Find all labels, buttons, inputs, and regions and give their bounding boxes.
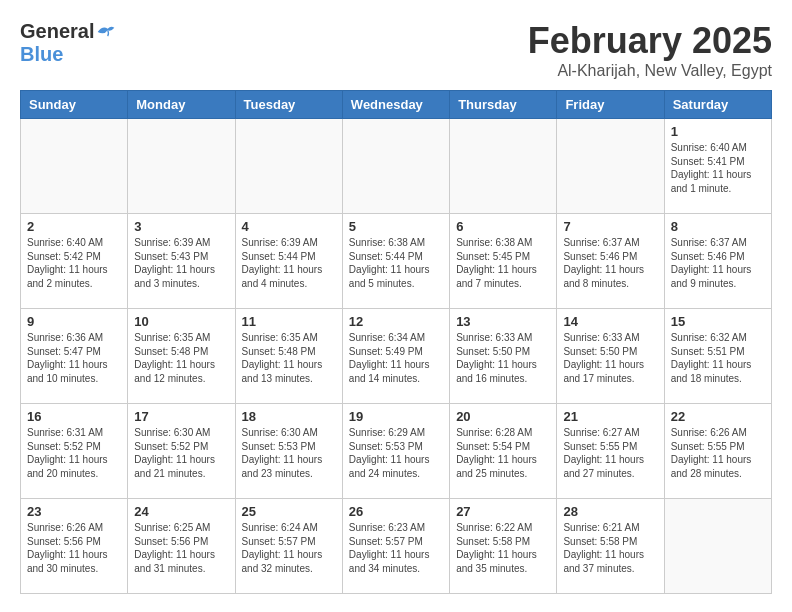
- logo: General Blue: [20, 20, 116, 66]
- day-number: 15: [671, 314, 765, 329]
- day-info: Sunrise: 6:35 AM Sunset: 5:48 PM Dayligh…: [242, 331, 336, 385]
- day-cell: 18Sunrise: 6:30 AM Sunset: 5:53 PM Dayli…: [235, 404, 342, 499]
- day-cell: [342, 119, 449, 214]
- day-cell: 25Sunrise: 6:24 AM Sunset: 5:57 PM Dayli…: [235, 499, 342, 594]
- day-info: Sunrise: 6:23 AM Sunset: 5:57 PM Dayligh…: [349, 521, 443, 575]
- day-cell: 17Sunrise: 6:30 AM Sunset: 5:52 PM Dayli…: [128, 404, 235, 499]
- day-cell: [128, 119, 235, 214]
- week-row-3: 16Sunrise: 6:31 AM Sunset: 5:52 PM Dayli…: [21, 404, 772, 499]
- calendar-header: SundayMondayTuesdayWednesdayThursdayFrid…: [21, 91, 772, 119]
- day-cell: 8Sunrise: 6:37 AM Sunset: 5:46 PM Daylig…: [664, 214, 771, 309]
- weekday-saturday: Saturday: [664, 91, 771, 119]
- logo-general: General: [20, 20, 94, 43]
- day-number: 1: [671, 124, 765, 139]
- week-row-0: 1Sunrise: 6:40 AM Sunset: 5:41 PM Daylig…: [21, 119, 772, 214]
- day-cell: 26Sunrise: 6:23 AM Sunset: 5:57 PM Dayli…: [342, 499, 449, 594]
- day-info: Sunrise: 6:32 AM Sunset: 5:51 PM Dayligh…: [671, 331, 765, 385]
- day-number: 12: [349, 314, 443, 329]
- weekday-tuesday: Tuesday: [235, 91, 342, 119]
- day-number: 4: [242, 219, 336, 234]
- day-cell: [664, 499, 771, 594]
- day-cell: 28Sunrise: 6:21 AM Sunset: 5:58 PM Dayli…: [557, 499, 664, 594]
- day-info: Sunrise: 6:39 AM Sunset: 5:44 PM Dayligh…: [242, 236, 336, 290]
- day-cell: 13Sunrise: 6:33 AM Sunset: 5:50 PM Dayli…: [450, 309, 557, 404]
- day-number: 8: [671, 219, 765, 234]
- day-cell: 5Sunrise: 6:38 AM Sunset: 5:44 PM Daylig…: [342, 214, 449, 309]
- day-cell: 6Sunrise: 6:38 AM Sunset: 5:45 PM Daylig…: [450, 214, 557, 309]
- day-number: 16: [27, 409, 121, 424]
- day-cell: [557, 119, 664, 214]
- day-info: Sunrise: 6:22 AM Sunset: 5:58 PM Dayligh…: [456, 521, 550, 575]
- day-cell: 10Sunrise: 6:35 AM Sunset: 5:48 PM Dayli…: [128, 309, 235, 404]
- day-cell: 3Sunrise: 6:39 AM Sunset: 5:43 PM Daylig…: [128, 214, 235, 309]
- day-info: Sunrise: 6:34 AM Sunset: 5:49 PM Dayligh…: [349, 331, 443, 385]
- day-cell: 22Sunrise: 6:26 AM Sunset: 5:55 PM Dayli…: [664, 404, 771, 499]
- day-cell: 12Sunrise: 6:34 AM Sunset: 5:49 PM Dayli…: [342, 309, 449, 404]
- day-cell: 9Sunrise: 6:36 AM Sunset: 5:47 PM Daylig…: [21, 309, 128, 404]
- day-number: 13: [456, 314, 550, 329]
- day-info: Sunrise: 6:24 AM Sunset: 5:57 PM Dayligh…: [242, 521, 336, 575]
- week-row-4: 23Sunrise: 6:26 AM Sunset: 5:56 PM Dayli…: [21, 499, 772, 594]
- weekday-header-row: SundayMondayTuesdayWednesdayThursdayFrid…: [21, 91, 772, 119]
- day-number: 20: [456, 409, 550, 424]
- title-area: February 2025 Al-Kharijah, New Valley, E…: [528, 20, 772, 80]
- logo-blue: Blue: [20, 43, 63, 65]
- day-cell: 23Sunrise: 6:26 AM Sunset: 5:56 PM Dayli…: [21, 499, 128, 594]
- day-number: 27: [456, 504, 550, 519]
- day-number: 24: [134, 504, 228, 519]
- weekday-wednesday: Wednesday: [342, 91, 449, 119]
- day-cell: [21, 119, 128, 214]
- week-row-1: 2Sunrise: 6:40 AM Sunset: 5:42 PM Daylig…: [21, 214, 772, 309]
- day-info: Sunrise: 6:21 AM Sunset: 5:58 PM Dayligh…: [563, 521, 657, 575]
- day-cell: 7Sunrise: 6:37 AM Sunset: 5:46 PM Daylig…: [557, 214, 664, 309]
- day-number: 22: [671, 409, 765, 424]
- day-number: 21: [563, 409, 657, 424]
- day-cell: [235, 119, 342, 214]
- day-cell: 16Sunrise: 6:31 AM Sunset: 5:52 PM Dayli…: [21, 404, 128, 499]
- day-cell: 20Sunrise: 6:28 AM Sunset: 5:54 PM Dayli…: [450, 404, 557, 499]
- day-info: Sunrise: 6:31 AM Sunset: 5:52 PM Dayligh…: [27, 426, 121, 480]
- weekday-thursday: Thursday: [450, 91, 557, 119]
- day-info: Sunrise: 6:40 AM Sunset: 5:42 PM Dayligh…: [27, 236, 121, 290]
- day-number: 11: [242, 314, 336, 329]
- day-cell: 14Sunrise: 6:33 AM Sunset: 5:50 PM Dayli…: [557, 309, 664, 404]
- day-cell: 21Sunrise: 6:27 AM Sunset: 5:55 PM Dayli…: [557, 404, 664, 499]
- day-cell: 11Sunrise: 6:35 AM Sunset: 5:48 PM Dayli…: [235, 309, 342, 404]
- day-cell: 15Sunrise: 6:32 AM Sunset: 5:51 PM Dayli…: [664, 309, 771, 404]
- day-cell: 24Sunrise: 6:25 AM Sunset: 5:56 PM Dayli…: [128, 499, 235, 594]
- day-info: Sunrise: 6:27 AM Sunset: 5:55 PM Dayligh…: [563, 426, 657, 480]
- day-info: Sunrise: 6:30 AM Sunset: 5:53 PM Dayligh…: [242, 426, 336, 480]
- day-info: Sunrise: 6:37 AM Sunset: 5:46 PM Dayligh…: [671, 236, 765, 290]
- day-info: Sunrise: 6:30 AM Sunset: 5:52 PM Dayligh…: [134, 426, 228, 480]
- day-cell: 1Sunrise: 6:40 AM Sunset: 5:41 PM Daylig…: [664, 119, 771, 214]
- day-number: 28: [563, 504, 657, 519]
- day-info: Sunrise: 6:36 AM Sunset: 5:47 PM Dayligh…: [27, 331, 121, 385]
- day-number: 5: [349, 219, 443, 234]
- day-number: 23: [27, 504, 121, 519]
- day-cell: 2Sunrise: 6:40 AM Sunset: 5:42 PM Daylig…: [21, 214, 128, 309]
- day-info: Sunrise: 6:33 AM Sunset: 5:50 PM Dayligh…: [456, 331, 550, 385]
- day-number: 9: [27, 314, 121, 329]
- page-header: General Blue February 2025 Al-Kharijah, …: [20, 20, 772, 80]
- day-info: Sunrise: 6:39 AM Sunset: 5:43 PM Dayligh…: [134, 236, 228, 290]
- day-info: Sunrise: 6:25 AM Sunset: 5:56 PM Dayligh…: [134, 521, 228, 575]
- day-info: Sunrise: 6:38 AM Sunset: 5:45 PM Dayligh…: [456, 236, 550, 290]
- day-info: Sunrise: 6:38 AM Sunset: 5:44 PM Dayligh…: [349, 236, 443, 290]
- day-info: Sunrise: 6:40 AM Sunset: 5:41 PM Dayligh…: [671, 141, 765, 195]
- logo-text: General Blue: [20, 20, 116, 66]
- day-cell: 19Sunrise: 6:29 AM Sunset: 5:53 PM Dayli…: [342, 404, 449, 499]
- day-number: 19: [349, 409, 443, 424]
- day-number: 18: [242, 409, 336, 424]
- week-row-2: 9Sunrise: 6:36 AM Sunset: 5:47 PM Daylig…: [21, 309, 772, 404]
- day-cell: [450, 119, 557, 214]
- day-number: 3: [134, 219, 228, 234]
- logo-bird-icon: [96, 23, 116, 41]
- day-cell: 27Sunrise: 6:22 AM Sunset: 5:58 PM Dayli…: [450, 499, 557, 594]
- day-number: 17: [134, 409, 228, 424]
- day-number: 14: [563, 314, 657, 329]
- day-number: 26: [349, 504, 443, 519]
- day-number: 10: [134, 314, 228, 329]
- day-info: Sunrise: 6:26 AM Sunset: 5:55 PM Dayligh…: [671, 426, 765, 480]
- weekday-monday: Monday: [128, 91, 235, 119]
- day-info: Sunrise: 6:29 AM Sunset: 5:53 PM Dayligh…: [349, 426, 443, 480]
